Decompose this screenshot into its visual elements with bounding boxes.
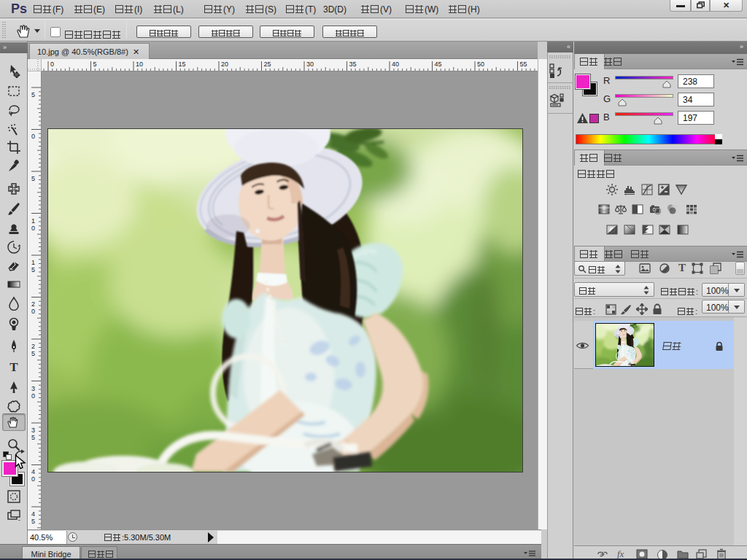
svg-text:1: 1 [31,259,35,266]
svg-text:30: 30 [306,61,314,68]
svg-text:15: 15 [179,61,186,68]
svg-text:T: T [678,262,686,273]
svg-text:10: 10 [136,61,143,68]
svg-text:20: 20 [221,61,228,68]
svg-text:3: 3 [31,427,35,434]
svg-text:1: 1 [31,217,35,225]
svg-text:25: 25 [264,61,271,68]
svg-text:3: 3 [31,385,35,392]
svg-text:5: 5 [31,91,35,98]
svg-text:2: 2 [31,343,35,350]
svg-text:T: T [9,360,18,374]
svg-text:5: 5 [31,350,35,357]
svg-text:0: 0 [50,61,54,68]
svg-text:50: 50 [477,61,484,68]
svg-text:fx: fx [617,548,624,559]
svg-text:5: 5 [31,518,35,525]
svg-text:5: 5 [31,266,35,273]
svg-text:55: 55 [520,61,527,68]
svg-text:45: 45 [435,61,442,68]
svg-text:0: 0 [31,475,35,483]
svg-text:5: 5 [93,61,97,68]
svg-text:5: 5 [31,434,35,441]
svg-text:0: 0 [31,225,35,232]
svg-text:0: 0 [31,308,35,315]
svg-text:35: 35 [349,61,357,68]
svg-text:0: 0 [31,392,35,400]
svg-text:2: 2 [31,300,35,308]
svg-text:4: 4 [31,468,35,475]
svg-text:4: 4 [31,510,35,518]
svg-text:40: 40 [392,61,399,68]
svg-text:5: 5 [31,175,35,182]
svg-text:0: 0 [31,133,35,140]
